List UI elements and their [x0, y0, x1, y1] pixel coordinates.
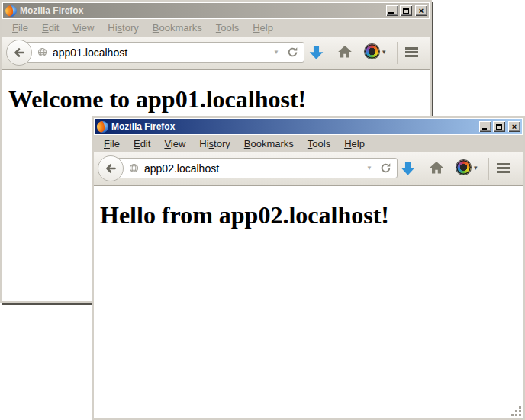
page-heading: Welcome to app01.localhost!: [8, 85, 424, 114]
reload-button[interactable]: [285, 46, 304, 58]
menu-tools[interactable]: Tools: [209, 21, 246, 35]
menu-help[interactable]: Help: [246, 21, 280, 35]
minimize-icon: [388, 12, 394, 14]
maximize-icon: [403, 8, 409, 14]
menu-bar: File Edit View History Bookmarks Tools H…: [94, 135, 523, 152]
close-button[interactable]: ×: [508, 121, 520, 132]
addon-button[interactable]: ▾: [365, 44, 386, 59]
navigation-toolbar: ▼ ▾: [94, 152, 523, 186]
menu-edit[interactable]: Edit: [127, 136, 157, 151]
addon-colorwheel-icon: [365, 44, 379, 59]
menu-tools[interactable]: Tools: [301, 136, 337, 151]
window-controls: ×: [479, 121, 520, 132]
close-icon: ×: [419, 6, 424, 15]
minimize-icon: [482, 128, 487, 130]
hamburger-menu-button[interactable]: [497, 163, 510, 165]
menu-file[interactable]: File: [97, 136, 127, 151]
globe-icon: [128, 162, 140, 174]
window-title: Mozilla Firefox: [111, 121, 175, 132]
menu-view[interactable]: View: [66, 21, 101, 35]
urlbar-dropdown-icon[interactable]: ▼: [267, 49, 285, 56]
close-button[interactable]: ×: [415, 5, 427, 16]
menu-file[interactable]: File: [5, 21, 35, 35]
url-input[interactable]: [53, 43, 267, 62]
menu-history[interactable]: History: [192, 136, 237, 151]
page-heading: Hello from app02.localhost!: [100, 201, 517, 229]
title-bar[interactable]: Mozilla Firefox ×: [95, 119, 522, 134]
toolbar-separator: [397, 42, 398, 64]
firefox-logo-icon[interactable]: [5, 5, 17, 17]
downloads-button[interactable]: [308, 44, 324, 61]
downloads-button[interactable]: [400, 160, 416, 177]
addon-caret-icon: ▾: [382, 48, 386, 56]
menu-edit[interactable]: Edit: [35, 21, 66, 35]
menu-history[interactable]: History: [101, 21, 145, 35]
close-icon: ×: [512, 122, 517, 131]
navigation-toolbar: ▼ ▾: [2, 37, 430, 70]
menu-bar: File Edit View History Bookmarks Tools H…: [2, 19, 430, 37]
window-title: Mozilla Firefox: [20, 5, 83, 16]
hamburger-menu-button[interactable]: [405, 47, 418, 50]
firefox-logo-icon[interactable]: [97, 121, 108, 133]
globe-icon: [37, 46, 48, 58]
home-button[interactable]: [429, 160, 444, 175]
url-input[interactable]: [144, 159, 360, 178]
browser-window-app02[interactable]: Mozilla Firefox × File Edit View History…: [92, 116, 525, 420]
url-bar[interactable]: ▼: [19, 42, 304, 63]
menu-bookmarks[interactable]: Bookmarks: [146, 21, 209, 35]
addon-caret-icon: ▾: [474, 164, 478, 172]
back-button[interactable]: [6, 40, 32, 66]
window-controls: ×: [386, 5, 427, 16]
back-button[interactable]: [98, 155, 124, 181]
maximize-icon: [496, 124, 502, 130]
menu-view[interactable]: View: [157, 136, 192, 151]
reload-button[interactable]: [378, 162, 397, 174]
minimize-button[interactable]: [386, 5, 398, 16]
menu-bookmarks[interactable]: Bookmarks: [237, 136, 301, 151]
addon-colorwheel-icon: [456, 160, 471, 175]
resize-grip[interactable]: [510, 405, 521, 416]
minimize-button[interactable]: [479, 121, 491, 132]
url-bar[interactable]: ▼: [111, 158, 398, 178]
menu-help[interactable]: Help: [337, 136, 372, 151]
addon-button[interactable]: ▾: [456, 160, 478, 175]
maximize-button[interactable]: [400, 5, 412, 16]
page-content: Hello from app02.localhost!: [94, 186, 523, 418]
home-button[interactable]: [337, 44, 353, 59]
urlbar-dropdown-icon[interactable]: ▼: [360, 165, 378, 172]
maximize-button[interactable]: [493, 121, 505, 132]
title-bar[interactable]: Mozilla Firefox ×: [3, 3, 429, 18]
toolbar-separator: [488, 158, 489, 180]
